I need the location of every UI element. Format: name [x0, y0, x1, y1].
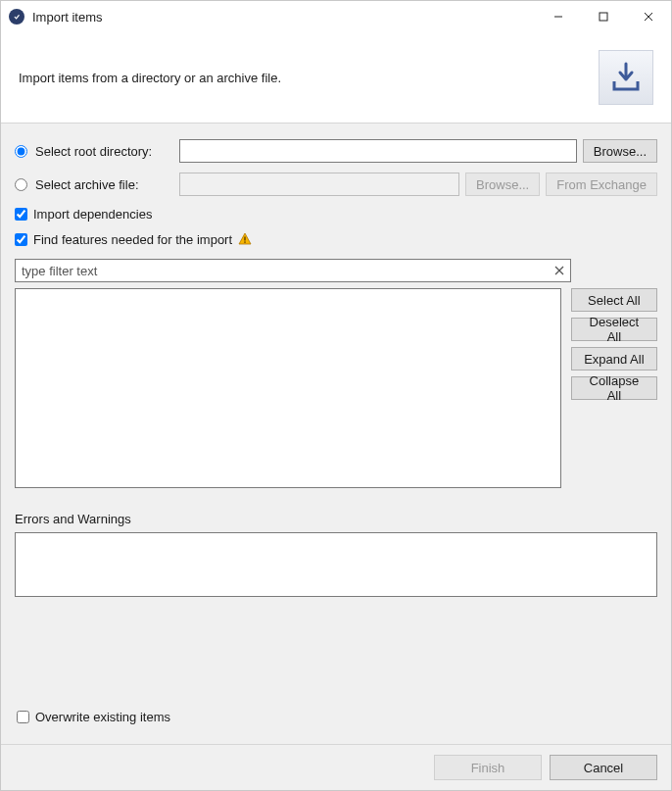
- from-exchange-button: From Exchange: [546, 173, 657, 196]
- svg-rect-2: [600, 13, 607, 21]
- import-dependencies-input[interactable]: [15, 208, 27, 221]
- clear-filter-icon[interactable]: [552, 263, 567, 278]
- archive-file-input: [179, 173, 459, 196]
- import-dependencies-checkbox[interactable]: Import dependencies: [15, 204, 657, 223]
- close-button[interactable]: [626, 1, 671, 32]
- expand-all-button[interactable]: Expand All: [571, 347, 657, 371]
- main-panel: Select root directory: Browse... Select …: [1, 124, 671, 744]
- overwrite-existing-label: Overwrite existing items: [35, 710, 170, 724]
- maximize-button[interactable]: [581, 1, 626, 32]
- root-directory-input[interactable]: [179, 139, 577, 163]
- root-directory-label: Select root directory:: [35, 144, 152, 159]
- select-root-directory-radio[interactable]: Select root directory:: [15, 144, 173, 159]
- collapse-all-button[interactable]: Collapse All: [571, 376, 657, 400]
- banner-text: Import items from a directory or an arch…: [19, 71, 281, 85]
- items-tree[interactable]: [15, 288, 561, 488]
- window-title: Import items: [32, 10, 103, 25]
- root-directory-row: Select root directory: Browse...: [15, 137, 657, 165]
- tree-area: Select All Deselect All Expand All Colla…: [15, 288, 657, 488]
- find-features-checkbox[interactable]: Find features needed for the import: [15, 229, 657, 249]
- wizard-banner: Import items from a directory or an arch…: [1, 32, 671, 124]
- svg-point-0: [12, 12, 22, 22]
- cancel-button[interactable]: Cancel: [550, 755, 657, 780]
- errors-warnings-box[interactable]: [15, 532, 657, 597]
- deselect-all-button[interactable]: Deselect All: [571, 318, 657, 341]
- errors-warnings-label: Errors and Warnings: [15, 512, 657, 526]
- browse-archive-button: Browse...: [465, 173, 540, 196]
- app-icon: [9, 9, 24, 25]
- find-features-input[interactable]: [15, 233, 27, 246]
- archive-file-label: Select archive file:: [35, 177, 139, 192]
- import-icon: [599, 50, 653, 105]
- finish-button: Finish: [434, 755, 542, 780]
- minimize-button[interactable]: [536, 1, 581, 32]
- select-all-button[interactable]: Select All: [571, 288, 657, 312]
- archive-file-row: Select archive file: Browse... From Exch…: [15, 171, 657, 198]
- tree-buttons: Select All Deselect All Expand All Colla…: [571, 288, 657, 488]
- archive-file-radio-input[interactable]: [15, 178, 27, 191]
- title-bar: Import items: [1, 1, 671, 32]
- filter-row: [15, 259, 571, 282]
- dialog-button-bar: Finish Cancel: [1, 744, 671, 790]
- svg-rect-6: [244, 241, 245, 242]
- find-features-label: Find features needed for the import: [33, 232, 232, 247]
- svg-rect-5: [244, 237, 245, 241]
- browse-root-button[interactable]: Browse...: [583, 139, 657, 163]
- warning-icon: [238, 232, 252, 246]
- filter-input[interactable]: [15, 259, 571, 282]
- select-archive-file-radio[interactable]: Select archive file:: [15, 177, 173, 192]
- import-dependencies-label: Import dependencies: [33, 207, 152, 222]
- import-items-dialog: Import items Import items from a directo…: [0, 0, 672, 791]
- root-directory-radio-input[interactable]: [15, 145, 27, 158]
- overwrite-existing-checkbox[interactable]: Overwrite existing items: [17, 707, 657, 726]
- overwrite-existing-input[interactable]: [17, 711, 29, 723]
